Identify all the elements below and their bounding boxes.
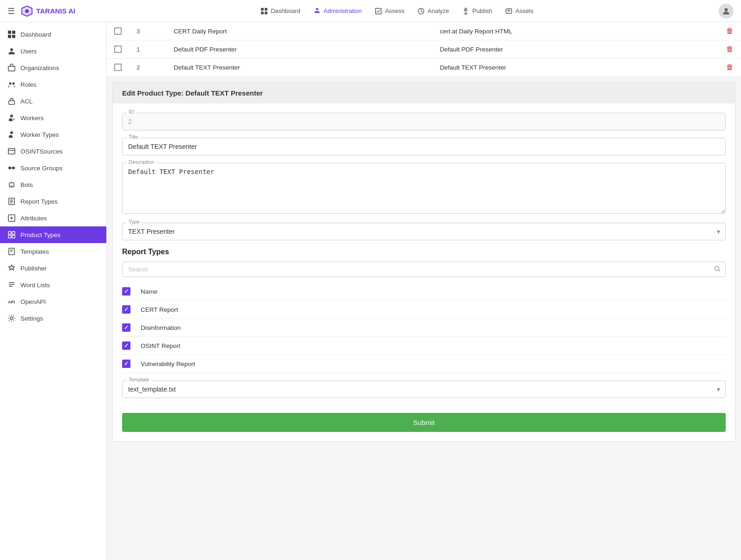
row-checkbox-3[interactable] xyxy=(114,27,122,35)
nav-analyze-label: Analyze xyxy=(428,7,449,14)
nav-assess[interactable]: Assess xyxy=(369,5,410,18)
title-field-group: Title xyxy=(122,138,726,155)
product-types-table-container: 3 CERT Daily Report cert.at Daily Report… xyxy=(107,22,741,77)
edit-form-body: ID Title Description Default TEXT Presen… xyxy=(113,103,735,441)
svg-rect-6 xyxy=(506,9,512,13)
nav-assets[interactable]: Assets xyxy=(500,5,539,18)
svg-rect-26 xyxy=(12,232,15,234)
sidebar-item-source-groups[interactable]: Source Groups xyxy=(0,160,106,176)
template-select[interactable]: text_template.txt default_template.txt xyxy=(122,380,726,398)
sidebar-item-attributes[interactable]: Attributes xyxy=(0,210,106,226)
svg-point-18 xyxy=(10,131,13,134)
nav-publish-label: Publish xyxy=(472,7,492,14)
template-select-wrapper: text_template.txt default_template.txt ▾ xyxy=(122,380,726,398)
topnav: ☰ TARANIS AI Dashboard Administration As… xyxy=(0,0,741,22)
sidebar-item-product-types-label: Product Types xyxy=(20,232,60,238)
sidebar-item-templates[interactable]: Templates xyxy=(0,243,106,260)
row-title-1: Default PDF Presenter xyxy=(166,40,432,58)
row-description-1: Default PDF Presenter xyxy=(432,40,719,58)
nav-dashboard[interactable]: Dashboard xyxy=(255,5,306,18)
report-type-item-cert: CERT Report xyxy=(122,301,726,319)
row-description-2: Default TEXT Presenter xyxy=(432,58,719,77)
nav-assets-label: Assets xyxy=(515,7,533,14)
nav-analyze[interactable]: Analyze xyxy=(412,5,455,18)
svg-point-32 xyxy=(715,266,719,270)
sidebar-item-bots-label: Bots xyxy=(20,181,33,188)
menu-icon[interactable]: ☰ xyxy=(7,6,15,16)
svg-rect-10 xyxy=(8,35,11,38)
id-label: ID xyxy=(127,109,136,115)
sidebar-item-workers[interactable]: Workers xyxy=(0,109,106,126)
report-type-cert-label: CERT Report xyxy=(141,301,726,319)
edit-form-header: Edit Product Type: Default TEXT Presente… xyxy=(113,83,735,103)
sidebar-item-organizations-label: Organizations xyxy=(20,64,59,71)
sidebar-item-report-types-label: Report Types xyxy=(20,198,58,205)
delete-button-2[interactable]: 🗑 xyxy=(726,63,734,71)
sidebar-item-settings-label: Settings xyxy=(20,315,43,322)
sidebar-item-product-types[interactable]: Product Types xyxy=(0,226,106,243)
sidebar-item-worker-types[interactable]: Worker Types xyxy=(0,126,106,143)
svg-point-14 xyxy=(9,83,12,85)
nav-publish[interactable]: Publish xyxy=(456,5,498,18)
sidebar-item-users-label: Users xyxy=(20,48,37,55)
sidebar-item-attributes-label: Attributes xyxy=(20,215,47,222)
row-checkbox-1[interactable] xyxy=(114,45,122,53)
svg-rect-19 xyxy=(8,148,15,154)
svg-point-0 xyxy=(25,9,29,13)
logo-icon xyxy=(20,5,33,18)
sidebar-item-roles[interactable]: Roles xyxy=(0,76,106,93)
title-input[interactable] xyxy=(122,138,726,155)
sidebar-item-dashboard-label: Dashboard xyxy=(20,31,51,38)
sidebar-item-source-groups-label: Source Groups xyxy=(20,165,63,172)
report-type-item-vulnerability: Vulnerability Report xyxy=(122,355,726,373)
report-types-title: Report Types xyxy=(122,248,726,256)
checkbox-vulnerability-report[interactable] xyxy=(122,360,130,368)
user-avatar[interactable] xyxy=(719,4,734,19)
sidebar-item-users[interactable]: Users xyxy=(0,43,106,59)
svg-rect-3 xyxy=(261,12,264,14)
row-id-2: 2 xyxy=(129,58,166,77)
sidebar-item-bots[interactable]: Bots xyxy=(0,176,106,193)
nav-administration[interactable]: Administration xyxy=(308,5,367,18)
checkbox-cert-report[interactable] xyxy=(122,305,130,314)
checkbox-disinformation[interactable] xyxy=(122,323,130,332)
select-all-checkbox[interactable] xyxy=(122,287,130,296)
sidebar-item-osint[interactable]: OSINTSources xyxy=(0,143,106,160)
nav-administration-label: Administration xyxy=(324,7,362,14)
report-types-search-input[interactable] xyxy=(122,262,726,277)
sidebar-item-report-types[interactable]: Report Types xyxy=(0,193,106,210)
app-name: TARANIS AI xyxy=(36,7,75,15)
id-input[interactable] xyxy=(122,113,726,130)
checkbox-osint-report[interactable] xyxy=(122,341,130,350)
type-select[interactable]: TEXT Presenter PDF Presenter HTML Presen… xyxy=(122,223,726,240)
sidebar-item-organizations[interactable]: Organizations xyxy=(0,59,106,76)
submit-button[interactable]: Submit xyxy=(122,413,726,432)
sidebar-item-settings[interactable]: Settings xyxy=(0,310,106,327)
sidebar-item-word-lists[interactable]: Word Lists xyxy=(0,277,106,293)
delete-button-3[interactable]: 🗑 xyxy=(726,27,734,35)
edit-form-container: Edit Product Type: Default TEXT Presente… xyxy=(112,82,735,442)
report-types-header-row: Name xyxy=(122,283,726,301)
description-textarea[interactable]: Default TEXT Presenter xyxy=(122,163,726,214)
report-type-osint-label: OSINT Report xyxy=(141,337,726,355)
delete-button-1[interactable]: 🗑 xyxy=(726,45,734,53)
svg-rect-1 xyxy=(261,8,264,11)
sidebar-item-acl[interactable]: ACL xyxy=(0,93,106,109)
svg-point-31 xyxy=(10,317,13,320)
svg-rect-16 xyxy=(9,101,14,104)
svg-rect-13 xyxy=(8,66,15,71)
topnav-right xyxy=(719,4,734,19)
template-section: Template text_template.txt default_templ… xyxy=(122,380,726,398)
svg-point-12 xyxy=(10,48,13,51)
sidebar-item-workers-label: Workers xyxy=(20,115,44,122)
svg-point-20 xyxy=(8,167,11,169)
sidebar-item-publisher[interactable]: Publisher xyxy=(0,260,106,277)
svg-rect-28 xyxy=(12,235,15,238)
report-types-search-wrapper xyxy=(122,262,726,277)
product-types-table: 3 CERT Daily Report cert.at Daily Report… xyxy=(107,22,741,77)
row-checkbox-2[interactable] xyxy=(114,64,122,71)
sidebar-item-dashboard[interactable]: Dashboard xyxy=(0,26,106,43)
report-type-item-osint: OSINT Report xyxy=(122,337,726,355)
svg-point-7 xyxy=(725,8,728,11)
sidebar-item-openapi[interactable]: API OpenAPI xyxy=(0,293,106,310)
